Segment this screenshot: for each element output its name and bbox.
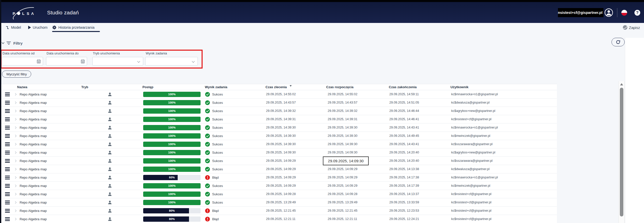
expand-chevron-icon[interactable] bbox=[14, 118, 17, 121]
expand-chevron-icon[interactable] bbox=[14, 185, 17, 187]
result-label: Sukces bbox=[212, 198, 223, 207]
uzytkownik-cell: kc$nsistest+cf@gispartner.pl bbox=[451, 215, 491, 223]
column-header-czas-zlecenia[interactable]: Czas zlecenia bbox=[266, 85, 287, 89]
chevron-down-icon bbox=[192, 60, 195, 62]
date-from-input[interactable] bbox=[2, 57, 43, 66]
expand-chevron-icon[interactable] bbox=[14, 193, 17, 196]
svg-text:S: S bbox=[27, 11, 29, 16]
date-to-input[interactable] bbox=[46, 57, 87, 66]
column-header-nazwa[interactable]: Nazwa bbox=[17, 85, 27, 89]
row-menu-icon[interactable] bbox=[5, 159, 10, 164]
user-mode-icon bbox=[108, 192, 112, 196]
row-menu-icon[interactable] bbox=[5, 192, 10, 197]
expand-chevron-icon[interactable] bbox=[14, 135, 17, 137]
table-row[interactable]: Repo Algebra map 80% Błąd 29.09.2025, 12… bbox=[1, 215, 557, 223]
table-row[interactable]: Repo Algebra map 100% Sukces 29.09.2025,… bbox=[1, 182, 557, 190]
row-menu-icon[interactable] bbox=[5, 92, 10, 97]
vertical-scrollbar[interactable] bbox=[619, 81, 625, 223]
save-button[interactable]: Zapisz bbox=[623, 24, 640, 30]
column-header-wynik[interactable]: Wynik zadania bbox=[205, 85, 227, 89]
expand-chevron-icon[interactable] bbox=[14, 110, 17, 112]
result-label: Błąd bbox=[212, 215, 219, 223]
task-name: Repo Algebra map bbox=[20, 123, 47, 132]
account-icon[interactable] bbox=[604, 8, 613, 17]
table-row[interactable]: Repo Algebra map 100% Sukces 29.09.2025,… bbox=[1, 90, 557, 99]
sort-desc-icon[interactable] bbox=[290, 85, 292, 87]
expand-chevron-icon[interactable] bbox=[14, 168, 17, 171]
mode-select[interactable] bbox=[92, 57, 143, 66]
language-flag-icon[interactable] bbox=[621, 10, 627, 16]
task-name: Repo Algebra map bbox=[20, 132, 47, 140]
row-menu-icon[interactable] bbox=[5, 209, 10, 213]
expand-chevron-icon[interactable] bbox=[14, 218, 17, 220]
progress-label: 100% bbox=[143, 108, 201, 114]
row-menu-icon[interactable] bbox=[5, 184, 10, 188]
calendar-icon[interactable] bbox=[37, 59, 41, 63]
model-icon bbox=[6, 26, 9, 29]
result-select[interactable] bbox=[145, 57, 198, 66]
table-row[interactable]: Repo Algebra map 100% Sukces 29.09.2025,… bbox=[1, 140, 557, 148]
uzytkownik-cell: kc$agrybos+new@gispartner.pl bbox=[451, 148, 495, 157]
column-header-czas-rozpoczecia[interactable]: Czas rozpoczęcia bbox=[326, 85, 353, 89]
progress-label: 60% bbox=[143, 175, 201, 180]
column-header-postep[interactable]: Postęp bbox=[142, 85, 153, 89]
active-tab-underline bbox=[52, 31, 100, 32]
filters-toggle[interactable]: Filtry bbox=[2, 40, 23, 46]
expand-chevron-icon[interactable] bbox=[14, 93, 17, 96]
progress-bar: 100% bbox=[143, 167, 201, 172]
success-icon bbox=[205, 150, 210, 155]
table-row[interactable]: Repo Algebra map 100% Sukces 29.09.2025,… bbox=[1, 157, 557, 165]
table-row[interactable]: Repo Algebra map 100% Sukces 29.09.2025,… bbox=[1, 165, 557, 173]
row-menu-icon[interactable] bbox=[5, 217, 10, 222]
clear-filters-button[interactable]: Wyczyść filtry bbox=[2, 71, 31, 78]
globe-icon bbox=[623, 25, 628, 30]
row-menu-icon[interactable] bbox=[5, 126, 10, 130]
expand-chevron-icon[interactable] bbox=[14, 126, 17, 129]
user-mode-icon bbox=[108, 134, 112, 138]
refresh-button[interactable] bbox=[612, 38, 625, 46]
table-row[interactable]: Repo Algebra map 100% Sukces 29.09.2025,… bbox=[1, 99, 557, 107]
expand-chevron-icon[interactable] bbox=[14, 151, 17, 154]
user-mode-icon bbox=[108, 184, 112, 188]
calendar-icon[interactable] bbox=[81, 59, 85, 63]
filter-label-data-do: Data uruchomienia do bbox=[47, 51, 79, 55]
row-menu-icon[interactable] bbox=[5, 109, 10, 114]
result-label: Sukces bbox=[212, 99, 223, 107]
table-row[interactable]: Repo Algebra map 100% Sukces 29.09.2025,… bbox=[1, 198, 557, 207]
help-icon[interactable]: ? bbox=[634, 10, 640, 16]
row-menu-icon[interactable] bbox=[5, 101, 10, 105]
row-menu-icon[interactable] bbox=[5, 134, 10, 139]
scroll-up-arrow-icon[interactable] bbox=[620, 83, 623, 85]
table-row[interactable]: Repo Algebra map 100% Sukces 29.09.2025,… bbox=[1, 190, 557, 198]
expand-chevron-icon[interactable] bbox=[14, 201, 17, 204]
row-menu-icon[interactable] bbox=[5, 167, 10, 172]
row-menu-icon[interactable] bbox=[5, 151, 10, 155]
table-row[interactable]: Repo Algebra map 100% Sukces 29.09.2025,… bbox=[1, 115, 557, 123]
row-menu-icon[interactable] bbox=[5, 201, 10, 205]
row-menu-icon[interactable] bbox=[5, 176, 10, 180]
table-row[interactable]: Repo Algebra map 60% Błąd 29.09.2025, 14… bbox=[1, 173, 557, 182]
expand-chevron-icon[interactable] bbox=[14, 210, 17, 212]
table-row[interactable]: Repo Algebra map 80% Błąd 29.09.2025, 12… bbox=[1, 207, 557, 215]
table-row[interactable]: Repo Algebra map 100% Sukces 29.09.2025,… bbox=[1, 123, 557, 132]
expand-chevron-icon[interactable] bbox=[14, 176, 17, 179]
tab-uruchom[interactable]: Uruchom bbox=[28, 24, 48, 30]
column-header-tryb[interactable]: Tryb bbox=[81, 85, 88, 89]
czas-zakonczenia-cell: 29.09.2025, 14:49:45 bbox=[389, 132, 419, 140]
tab-model[interactable]: Model bbox=[6, 24, 21, 30]
expand-chevron-icon[interactable] bbox=[14, 143, 17, 146]
expand-chevron-icon[interactable] bbox=[14, 160, 17, 162]
progress-bar: 100% bbox=[143, 125, 201, 130]
column-header-czas-zakonczenia[interactable]: Czas zakończenia bbox=[389, 85, 417, 89]
row-menu-icon[interactable] bbox=[5, 117, 10, 122]
uzytkownik-cell: kc$sszarawara@gispartner.pl bbox=[451, 140, 493, 148]
czas-zakonczenia-cell: 29.09.2025, 14:43:41 bbox=[389, 123, 419, 132]
expand-chevron-icon[interactable] bbox=[14, 102, 17, 104]
table-row[interactable]: Repo Algebra map 100% Sukces 29.09.2025,… bbox=[1, 107, 557, 115]
column-header-uzytkownik[interactable]: Użytkownik bbox=[450, 85, 469, 89]
row-menu-icon[interactable] bbox=[5, 142, 10, 147]
scrollbar-thumb[interactable] bbox=[620, 88, 623, 216]
table-row[interactable]: Repo Algebra map 100% Sukces 29.09.2025,… bbox=[1, 148, 557, 157]
tab-historia-przetwarzania[interactable]: Historia przetwarzania bbox=[52, 24, 94, 30]
table-row[interactable]: Repo Algebra map 100% Sukces 29.09.2025,… bbox=[1, 132, 557, 140]
